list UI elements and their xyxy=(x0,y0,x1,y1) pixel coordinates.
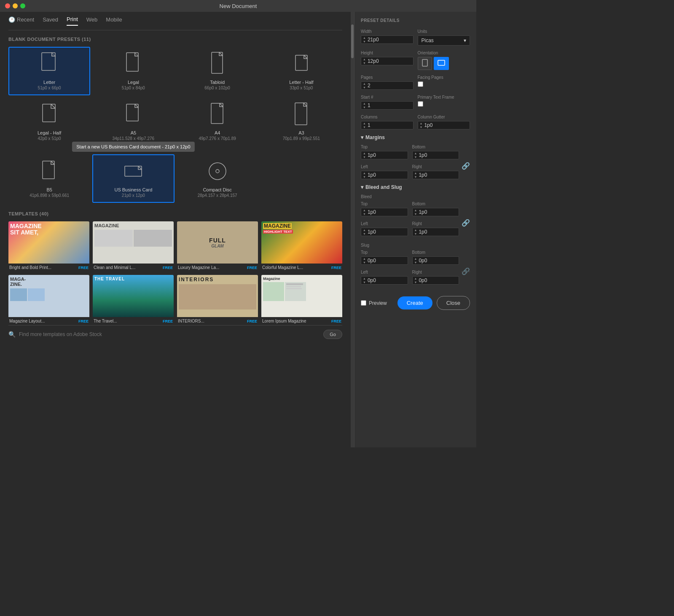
preset-compact-disc[interactable]: Compact Disc 28p4.157 x 28p4.157 xyxy=(177,154,258,203)
margin-bottom-stepper[interactable]: ▲ ▼ xyxy=(412,151,459,159)
margin-right-input[interactable] xyxy=(419,172,459,178)
margin-top-down-btn[interactable]: ▼ xyxy=(362,155,367,159)
margin-bottom-down-btn[interactable]: ▼ xyxy=(414,155,418,159)
minimize-window-button[interactable] xyxy=(13,3,18,8)
template-luxury-magazine[interactable]: FULL GLAM Luxury Magazine La... FREE xyxy=(177,221,258,272)
slug-left-input[interactable] xyxy=(368,277,408,283)
preset-tabloid[interactable]: Tabloid 66p0 x 102p0 xyxy=(177,47,258,95)
bleed-slug-toggle[interactable]: ▾ Bleed and Slug xyxy=(361,184,470,190)
bleed-bottom-up-btn[interactable]: ▲ xyxy=(414,208,418,212)
preset-a4[interactable]: A4 49p7.276 x 70p1.89 xyxy=(177,97,258,146)
slug-left-up-btn[interactable]: ▲ xyxy=(362,277,367,280)
height-input[interactable] xyxy=(368,58,413,64)
units-select[interactable]: Picas ▾ xyxy=(418,35,470,46)
pages-input[interactable] xyxy=(368,83,413,89)
column-gutter-input[interactable] xyxy=(424,122,470,128)
columns-up-btn[interactable]: ▲ xyxy=(362,121,367,125)
margin-top-up-btn[interactable]: ▲ xyxy=(362,151,367,155)
preset-b5[interactable]: B5 41p6.898 x 59p0.661 xyxy=(8,154,90,203)
pages-stepper[interactable]: ▲ ▼ xyxy=(361,81,414,90)
portrait-button[interactable] xyxy=(418,57,432,70)
height-up-btn[interactable]: ▲ xyxy=(362,57,367,61)
bleed-left-up-btn[interactable]: ▲ xyxy=(362,228,367,232)
bleed-top-down-btn[interactable]: ▼ xyxy=(362,212,367,216)
maximize-window-button[interactable] xyxy=(20,3,25,8)
template-magazine2[interactable]: MAGA-ZINE. Magazine Layout... FREE xyxy=(8,275,89,325)
columns-down-btn[interactable]: ▼ xyxy=(362,125,367,129)
bleed-top-stepper[interactable]: ▲ ▼ xyxy=(361,208,408,216)
template-colorful-magazine[interactable]: MAGAZINE HIGHLIGHT TEXT Colorful Magazin… xyxy=(261,221,342,272)
template-bright-bold[interactable]: MAGAZINESIT AMET, Bright and Bold Print.… xyxy=(8,221,89,272)
column-gutter-down-btn[interactable]: ▼ xyxy=(419,125,424,129)
margin-right-stepper[interactable]: ▲ ▼ xyxy=(412,171,459,179)
margin-left-stepper[interactable]: ▲ ▼ xyxy=(361,171,408,179)
width-input[interactable] xyxy=(368,37,413,43)
preset-letter-half[interactable]: Letter - Half 33p0 x 51p0 xyxy=(260,47,342,95)
slug-top-input[interactable] xyxy=(368,258,408,264)
bleed-top-input[interactable] xyxy=(368,209,408,215)
margins-toggle[interactable]: ▾ Margins xyxy=(361,134,470,140)
bleed-top-up-btn[interactable]: ▲ xyxy=(362,208,367,212)
facing-pages-checkbox[interactable] xyxy=(418,81,423,87)
bleed-right-input[interactable] xyxy=(419,229,459,235)
primary-text-frame-checkbox[interactable] xyxy=(418,101,423,107)
search-input[interactable] xyxy=(19,331,320,337)
columns-input[interactable] xyxy=(368,122,413,128)
preset-us-business-card[interactable]: Start a new US Business Card document - … xyxy=(92,154,174,203)
scrollbar-thumb[interactable] xyxy=(351,24,354,58)
slug-left-stepper[interactable]: ▲ ▼ xyxy=(361,276,408,285)
slug-bottom-stepper[interactable]: ▲ ▼ xyxy=(412,256,459,265)
template-travel[interactable]: THE TRAVEL The Travel... FREE xyxy=(93,275,174,325)
start-num-stepper[interactable]: ▲ ▼ xyxy=(361,101,414,110)
margin-bottom-input[interactable] xyxy=(419,152,459,158)
go-button[interactable]: Go xyxy=(323,330,342,339)
slug-top-stepper[interactable]: ▲ ▼ xyxy=(361,256,408,265)
slug-right-stepper[interactable]: ▲ ▼ xyxy=(412,276,459,285)
width-stepper[interactable]: ▲ ▼ xyxy=(361,35,414,44)
bleed-left-input[interactable] xyxy=(368,229,408,235)
margin-left-input[interactable] xyxy=(368,172,408,178)
tab-print[interactable]: Print xyxy=(67,16,78,26)
slug-right-up-btn[interactable]: ▲ xyxy=(414,277,418,280)
slug-right-down-btn[interactable]: ▼ xyxy=(414,280,418,284)
preview-checkbox[interactable] xyxy=(361,300,366,306)
bleed-right-up-btn[interactable]: ▲ xyxy=(414,228,418,232)
template-clean-minimal[interactable]: MAGAZINE Clean and Minimal L... FREE xyxy=(93,221,174,272)
margin-left-up-btn[interactable]: ▲ xyxy=(362,171,367,175)
slug-bottom-down-btn[interactable]: ▼ xyxy=(414,261,418,264)
start-num-input[interactable] xyxy=(368,102,413,108)
margin-left-down-btn[interactable]: ▼ xyxy=(362,175,367,179)
column-gutter-up-btn[interactable]: ▲ xyxy=(419,121,424,125)
pages-up-btn[interactable]: ▲ xyxy=(362,82,367,86)
template-lorem-ipsum[interactable]: Magazine Lorem Ipsum Magazine xyxy=(261,275,342,325)
preset-a3[interactable]: A3 70p1.89 x 99p2.551 xyxy=(260,97,342,146)
start-num-down-btn[interactable]: ▼ xyxy=(362,105,367,109)
slug-right-input[interactable] xyxy=(419,277,459,283)
tab-saved[interactable]: Saved xyxy=(43,16,58,25)
preset-legal[interactable]: Legal 51p0 x 84p0 xyxy=(92,47,174,95)
bleed-left-down-btn[interactable]: ▼ xyxy=(362,232,367,236)
margin-right-up-btn[interactable]: ▲ xyxy=(414,171,418,175)
bleed-right-stepper[interactable]: ▲ ▼ xyxy=(412,228,459,236)
columns-stepper[interactable]: ▲ ▼ xyxy=(361,121,414,129)
width-up-btn[interactable]: ▲ xyxy=(362,36,367,40)
margin-top-input[interactable] xyxy=(368,152,408,158)
slug-bottom-input[interactable] xyxy=(419,258,459,264)
link-bleed-icon[interactable]: 🔗 xyxy=(462,219,470,227)
slug-bottom-up-btn[interactable]: ▲ xyxy=(414,257,418,261)
landscape-button[interactable] xyxy=(434,57,449,70)
bleed-right-down-btn[interactable]: ▼ xyxy=(414,232,418,236)
height-stepper[interactable]: ▲ ▼ xyxy=(361,57,414,65)
preset-legal-half[interactable]: Legal - Half 42p0 x 51p0 xyxy=(8,97,90,146)
slug-top-up-btn[interactable]: ▲ xyxy=(362,257,367,261)
height-down-btn[interactable]: ▼ xyxy=(362,61,367,65)
width-down-btn[interactable]: ▼ xyxy=(362,40,367,43)
margin-top-stepper[interactable]: ▲ ▼ xyxy=(361,151,408,159)
tab-mobile[interactable]: Mobile xyxy=(106,16,122,25)
tab-web[interactable]: Web xyxy=(86,16,98,25)
bleed-bottom-input[interactable] xyxy=(419,209,459,215)
template-interiors[interactable]: INTERIORS INTERIORS... FREE xyxy=(177,275,258,325)
tab-recent[interactable]: 🕐Recent xyxy=(8,16,34,25)
close-button[interactable]: Close xyxy=(437,296,470,310)
preset-letter[interactable]: Letter 51p0 x 66p0 xyxy=(8,47,90,95)
